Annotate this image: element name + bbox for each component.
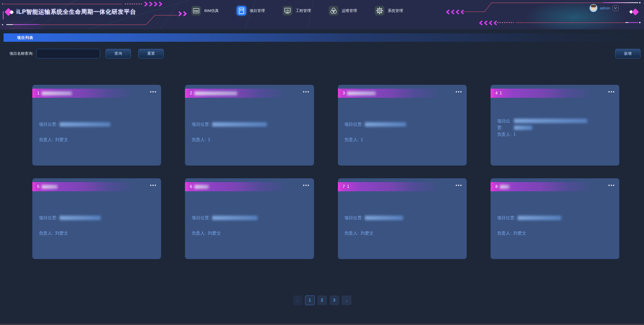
redacted-location-text [518, 216, 561, 220]
decorative-line [4, 4, 122, 4]
location-label: 项目位置: [192, 121, 210, 127]
chevrons-left-icon [479, 21, 497, 25]
nav-item-system[interactable]: 系统管理 [375, 6, 403, 16]
nav-item-project[interactable]: 项目管理 [237, 6, 265, 16]
monitor-chart-icon [283, 6, 292, 16]
owner-label: 负责人: [497, 131, 511, 137]
card-more-options-button[interactable] [303, 185, 309, 186]
decorative-diagonal-line [485, 3, 491, 11]
query-button[interactable]: 查询 [106, 49, 131, 58]
owner-label: 负责人: [192, 230, 206, 236]
chevrons-right-icon [178, 11, 188, 16]
project-card-title: 8 [495, 184, 498, 189]
project-location-field: 项目位置: [345, 121, 460, 127]
nav-item-label: 系统管理 [388, 8, 403, 13]
pagination-page-3[interactable]: 3 [330, 295, 339, 305]
project-card-title: 7 1 [343, 184, 350, 189]
nav-item-bim[interactable]: BIM BIM仿真 [191, 6, 219, 16]
nav-item-operations[interactable]: 运维管理 [329, 6, 357, 16]
user-dropdown-button[interactable] [612, 5, 619, 11]
avatar[interactable] [590, 4, 597, 12]
pagination-next-button[interactable]: › [342, 295, 351, 305]
pagination-page-2[interactable]: 2 [317, 295, 327, 305]
app-logo [5, 8, 15, 17]
project-card-header: 5 [32, 182, 138, 191]
project-card-header: 2 [185, 89, 291, 98]
redacted-location-text [365, 216, 403, 220]
decorative-line [491, 3, 603, 3]
owner-label: 负责人: [345, 230, 359, 236]
project-card-title: 3 [343, 91, 346, 96]
pagination: ‹ 1 2 3 › [0, 295, 644, 305]
card-more-options-button[interactable] [456, 91, 462, 92]
project-card[interactable]: 1 项目位置: 负责人: 刘爱文 [32, 85, 161, 166]
project-owner-field: 负责人: 1 [192, 137, 307, 143]
project-location-field: 项目位置: [345, 215, 460, 221]
redacted-title-text [42, 91, 72, 95]
decorative-diagonal-line [146, 15, 155, 24]
decorative-dot [2, 3, 3, 5]
decorative-line [6, 24, 13, 25]
project-card[interactable]: 4 1 项目位置: 负责人: 1 [491, 85, 619, 166]
project-location-field: 项目位置: [39, 121, 154, 127]
redacted-location-text [365, 122, 406, 127]
decorative-line [13, 24, 39, 25]
card-more-options-button[interactable] [303, 91, 309, 92]
svg-text:BIM: BIM [194, 9, 198, 12]
project-owner-field: 负责人: 刘爱文 [39, 137, 154, 143]
decorative-dashed-line [125, 4, 143, 4]
reset-button[interactable]: 重置 [138, 49, 164, 58]
venn-circles-icon [329, 6, 338, 16]
decorative-line [463, 11, 485, 12]
project-card[interactable]: 5 项目位置: 负责人: 刘爱文 [32, 178, 161, 259]
project-card-header: 6 [185, 182, 291, 191]
redacted-title-text [194, 91, 237, 95]
main-content: 项目列表 项目名称查询: 查询 重置 新增 1 项目位置: [0, 33, 644, 305]
redacted-location-text [212, 122, 267, 127]
location-label: 项目位置: [345, 121, 363, 127]
project-location-field: 项目位置: [497, 118, 613, 131]
project-card[interactable]: 7 1 项目位置: 负责人: 刘爱文 [338, 178, 467, 259]
project-card[interactable]: 8 项目位置: 负责人: 刘爱文 [491, 178, 619, 259]
owner-value: 刘爱文 [55, 137, 68, 143]
top-nav-bar: iLP智能运输系统全生命周期一体化研发平台 BIM BIM仿真 [0, 0, 644, 29]
card-more-options-button[interactable] [456, 185, 462, 186]
location-label: 项目位置: [497, 215, 516, 221]
card-more-options-button[interactable] [608, 91, 614, 92]
project-owner-field: 负责人: 刘爱文 [497, 230, 613, 236]
project-card[interactable]: 3 项目位置: 负责人: 1 [338, 85, 467, 166]
redacted-location-text [514, 118, 587, 130]
chevron-down-icon [614, 7, 617, 9]
decorative-vertical-bar [3, 11, 4, 19]
chevrons-right-icon [144, 2, 163, 6]
project-card-header: 4 1 [491, 89, 596, 98]
project-card[interactable]: 6 项目位置: 负责人: 刘爱文 [185, 178, 314, 259]
project-card-title: 6 [190, 184, 193, 189]
nav-item-engineering[interactable]: 工程管理 [283, 6, 311, 16]
add-button[interactable]: 新增 [615, 49, 640, 58]
redacted-title-text [42, 185, 58, 189]
project-name-search-input[interactable] [36, 49, 100, 58]
project-owner-field: 负责人: 1 [497, 131, 613, 137]
owner-value: 1 [361, 137, 363, 142]
project-card[interactable]: 2 项目位置: 负责人: 1 [185, 85, 314, 166]
location-label: 项目位置: [192, 215, 210, 221]
project-owner-field: 负责人: 刘爱文 [39, 230, 154, 236]
project-card-header: 7 1 [338, 182, 443, 191]
project-location-field: 项目位置: [39, 215, 154, 221]
project-card-title: 5 [37, 184, 40, 189]
pagination-prev-button[interactable]: ‹ [293, 295, 303, 305]
decorative-line [39, 24, 146, 25]
nav-item-label: 工程管理 [296, 8, 311, 13]
project-location-field: 项目位置: [497, 215, 613, 221]
card-more-options-button[interactable] [608, 185, 614, 186]
decorative-line [625, 22, 638, 23]
owner-value: 刘爱文 [361, 230, 374, 236]
owner-value: 1 [208, 137, 210, 142]
location-label: 项目位置: [39, 215, 58, 221]
card-more-options-button[interactable] [150, 185, 156, 186]
decorative-dot [639, 22, 640, 23]
pagination-page-1[interactable]: 1 [305, 295, 315, 305]
project-owner-field: 负责人: 刘爱文 [192, 230, 307, 236]
card-more-options-button[interactable] [150, 91, 156, 92]
